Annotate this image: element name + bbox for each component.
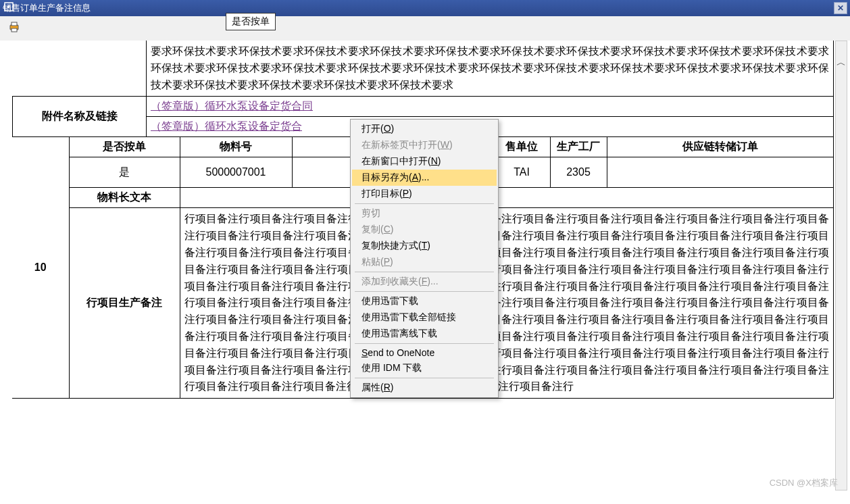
col-anjian: 是否按单 [69,137,180,157]
ctx-open[interactable]: 打开(O) [352,121,497,137]
val-unit: TAI [493,157,550,188]
col-plant: 生产工厂 [550,137,607,157]
ctx-separator [355,272,494,272]
row-note-text: 行项目备注行项目备注行项目备注行项目备注行项目备注行项目备注行项目备注行项目备注… [180,208,834,399]
close-icon: ✕ [837,3,844,13]
ctx-copy: 复制(C) [352,222,497,238]
attachment-link-1[interactable]: （签章版）循环水泵设备定货合同 [151,100,313,111]
ctx-paste: 粘贴(P) [352,254,497,270]
scroll-up-arrow[interactable]: ︿ [836,56,847,70]
ctx-save-target-as[interactable]: 目标另存为(A)... [352,170,497,186]
ctx-xunlei-offline[interactable]: 使用迅雷离线下载 [352,326,497,342]
ctx-print-target[interactable]: 打印目标(P) [352,186,497,202]
row-index: 10 [12,137,69,399]
ctx-xunlei-download-all[interactable]: 使用迅雷下载全部链接 [352,309,497,326]
window-title: 销售订单生产备注信息 [3,2,91,14]
ctx-separator [355,378,494,378]
print-button[interactable] [5,18,23,39]
ctx-copy-shortcut[interactable]: 复制快捷方式(T) [352,238,497,254]
ctx-idm-download[interactable]: 使用 IDM 下载 [352,360,497,376]
matlongtext-value [180,188,834,208]
app-icon [4,2,14,11]
ctx-separator [355,291,494,292]
svg-rect-3 [11,28,17,32]
window-titlebar: 销售订单生产备注信息 ✕ [0,0,850,16]
ctx-xunlei-download[interactable]: 使用迅雷下载 [352,293,497,309]
ctx-open-new-tab: 在新标签页中打开(W) [352,137,497,153]
val-supply [607,157,834,188]
watermark-text: CSDN @X档案库 [770,477,838,489]
ctx-separator [355,343,494,344]
ctx-send-to-onenote[interactable]: Send to OneNote [352,345,497,360]
tech-requirements-text: 要求环保技术要求环保技术要求环保技术要求环保技术要求环保技术要求环保技术要求环保… [147,41,834,97]
ctx-open-new-window[interactable]: 在新窗口中打开(N) [352,153,497,170]
ctx-separator [355,203,494,204]
ctx-cut: 剪切 [352,205,497,222]
context-menu: 打开(O) 在新标签页中打开(W) 在新窗口中打开(N) 目标另存为(A)...… [350,119,499,398]
toolbar [0,16,850,41]
vertical-scrollbar[interactable]: ︿ [835,41,847,490]
col-unit: 售单位 [493,137,550,157]
close-button[interactable]: ✕ [834,2,847,14]
val-plant: 2305 [550,157,607,188]
col-supply: 供应链转储订单 [607,137,834,157]
printer-icon [8,21,20,33]
attachment-link-2[interactable]: （签章版）循环水泵设备定货合 [151,120,302,132]
attachment-header: 附件名称及链接 [13,97,147,137]
svg-rect-2 [11,22,17,26]
ctx-properties[interactable]: 属性(R) [352,380,497,396]
row-note-header: 行项目生产备注 [69,208,180,399]
ctx-add-to-favorites: 添加到收藏夹(F)... [352,274,497,290]
tooltip: 是否按单 [226,13,276,30]
val-matno: 5000007001 [180,157,292,188]
col-matno: 物料号 [180,137,292,157]
matlongtext-header: 物料长文本 [69,188,180,208]
val-anjian: 是 [69,157,180,188]
